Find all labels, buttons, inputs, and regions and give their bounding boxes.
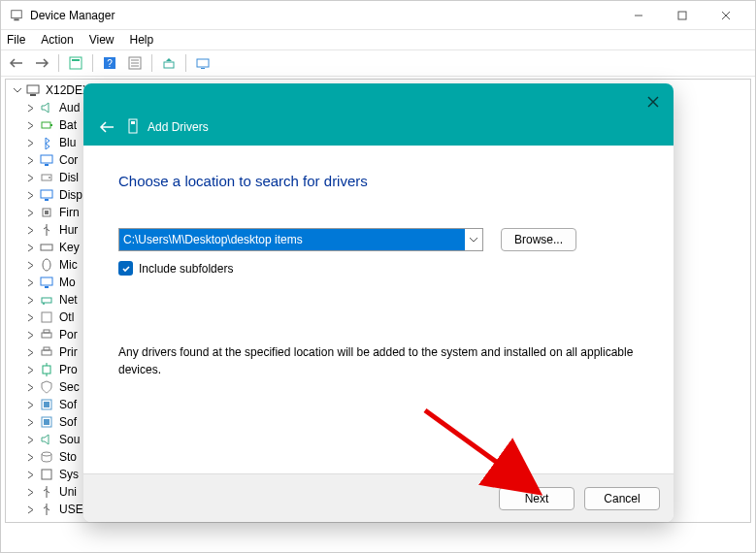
menubar: File Action View Help (1, 30, 755, 49)
expand-icon[interactable] (23, 348, 37, 357)
tree-category-label: Sof (59, 398, 77, 411)
tree-category-label: Bat (59, 118, 77, 132)
svg-rect-36 (42, 333, 51, 338)
chip-icon (39, 205, 54, 220)
minimize-button[interactable] (616, 1, 660, 30)
bluetooth-icon (39, 135, 54, 150)
tree-category-label: Por (59, 328, 78, 342)
expand-icon[interactable] (23, 209, 37, 217)
storage-icon (39, 449, 54, 465)
tree-category-label: Uni (59, 485, 77, 499)
svg-rect-3 (678, 12, 686, 19)
tree-category-label: Cor (59, 153, 78, 167)
expand-icon[interactable] (23, 296, 37, 305)
svg-rect-1 (14, 18, 18, 20)
toolbar-separator (185, 54, 186, 72)
svg-point-24 (49, 177, 50, 179)
tree-category-label: Sto (59, 450, 77, 464)
expand-icon[interactable] (23, 261, 37, 270)
tree-category-label: Otl (59, 310, 74, 324)
svg-point-47 (42, 452, 51, 456)
expand-icon[interactable] (23, 401, 37, 409)
svg-rect-29 (41, 244, 52, 250)
update-driver-button[interactable] (157, 52, 181, 74)
expand-icon[interactable] (23, 383, 37, 392)
properties-button[interactable] (123, 52, 147, 74)
svg-rect-18 (30, 94, 36, 96)
expand-icon[interactable] (23, 104, 37, 113)
maximize-button[interactable] (660, 1, 704, 30)
tree-category-label: Sou (59, 433, 80, 446)
expand-icon[interactable] (23, 453, 37, 462)
usb-icon (39, 222, 54, 238)
usb-icon (39, 484, 54, 500)
close-button[interactable] (704, 1, 747, 30)
svg-rect-22 (45, 164, 49, 166)
titlebar: Device Manager (1, 1, 755, 30)
path-input[interactable] (119, 229, 465, 250)
expand-icon[interactable] (23, 191, 37, 200)
tree-category-label: Sys (59, 468, 79, 481)
tree-category-label: Key (59, 241, 80, 254)
menu-help[interactable]: Help (130, 33, 154, 47)
tree-category-label: Disl (59, 171, 79, 184)
scan-hardware-button[interactable] (191, 52, 214, 74)
include-subfolders-checkbox[interactable] (118, 261, 133, 276)
svg-rect-40 (43, 366, 50, 374)
svg-point-34 (43, 303, 45, 305)
tree-category-label: Mic (59, 258, 78, 272)
help-button[interactable]: ? (98, 52, 121, 74)
menu-file[interactable]: File (7, 33, 25, 47)
expand-icon[interactable] (23, 366, 37, 374)
monitor-icon (39, 152, 54, 168)
dialog-title: Add Drivers (148, 120, 209, 134)
svg-rect-39 (44, 347, 49, 350)
nav-forward-button[interactable] (30, 52, 53, 74)
expand-icon[interactable] (23, 226, 37, 235)
collapse-icon[interactable] (10, 86, 23, 95)
expand-icon[interactable] (23, 174, 37, 182)
expand-icon[interactable] (23, 278, 37, 287)
nav-back-button[interactable] (5, 52, 28, 74)
expand-icon[interactable] (23, 244, 37, 252)
svg-rect-20 (50, 124, 52, 126)
expand-icon[interactable] (23, 139, 37, 147)
dialog-info-text: Any drivers found at the specified locat… (118, 343, 639, 378)
expand-icon[interactable] (23, 331, 37, 340)
svg-rect-28 (45, 211, 49, 214)
browse-button[interactable]: Browse... (501, 228, 576, 251)
include-subfolders-label: Include subfolders (139, 262, 233, 276)
expand-icon[interactable] (23, 121, 37, 130)
svg-rect-21 (41, 155, 52, 163)
menu-action[interactable]: Action (41, 33, 73, 47)
expand-icon[interactable] (23, 436, 37, 444)
menu-view[interactable]: View (89, 33, 115, 47)
dialog-close-button[interactable] (644, 93, 662, 111)
dialog-back-button[interactable] (99, 120, 115, 134)
toolbar-separator (92, 54, 93, 72)
speaker-icon (39, 100, 54, 115)
path-combobox[interactable] (118, 228, 483, 251)
dialog-footer: Next Cancel (83, 473, 674, 522)
computer-icon (25, 82, 41, 98)
toolbar: ? (1, 49, 755, 77)
expand-icon[interactable] (23, 471, 37, 479)
tree-category-label: USE (59, 503, 83, 516)
expand-icon[interactable] (23, 488, 37, 497)
show-hidden-button[interactable] (64, 52, 87, 74)
add-drivers-dialog: Add Drivers Choose a location to search … (83, 83, 674, 522)
svg-rect-32 (45, 286, 49, 288)
svg-rect-52 (131, 121, 135, 124)
svg-rect-35 (42, 312, 51, 322)
software-icon (39, 397, 54, 412)
expand-icon[interactable] (23, 418, 37, 427)
expand-icon[interactable] (23, 156, 37, 165)
next-button[interactable]: Next (499, 487, 575, 510)
expand-icon[interactable] (23, 505, 37, 514)
network-icon (39, 292, 54, 308)
cancel-button[interactable]: Cancel (584, 487, 660, 510)
tree-category-label: Firn (59, 206, 80, 219)
path-dropdown-button[interactable] (465, 229, 482, 250)
usb-icon (39, 502, 54, 517)
expand-icon[interactable] (23, 313, 37, 322)
